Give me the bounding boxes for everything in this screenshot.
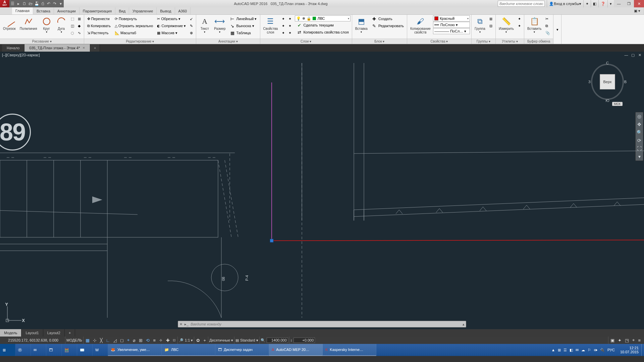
qat-undo-icon[interactable]: ↶ bbox=[46, 0, 52, 7]
modify-ext-icon[interactable]: ↙ bbox=[188, 15, 195, 22]
status-iso-icon[interactable]: ◻ bbox=[119, 338, 125, 343]
keyword-search-input[interactable] bbox=[498, 1, 545, 7]
taskbar-clock[interactable]: 12:2110.07.2015 bbox=[618, 344, 641, 356]
tab-manage[interactable]: Управление bbox=[129, 7, 157, 14]
layer-tool-icon[interactable]: ✦ bbox=[280, 15, 286, 22]
taskbar-ie-icon[interactable]: ⓔ bbox=[15, 344, 31, 356]
plus-icon[interactable]: + bbox=[202, 338, 207, 343]
scale-button[interactable]: 📐 Масштаб bbox=[113, 29, 155, 36]
panel-title-groups[interactable]: Группы ▾ bbox=[472, 39, 495, 44]
array-button[interactable]: ▦ Массив ▾ bbox=[155, 29, 187, 36]
tray-icon[interactable]: ◧ bbox=[570, 348, 573, 352]
color-combo[interactable]: Красный▾ bbox=[433, 15, 470, 21]
trim-button[interactable]: ✂ Обрезать ▾ bbox=[155, 15, 187, 22]
layer-props-button[interactable]: ☰Свойства слоя bbox=[262, 15, 280, 35]
elev-field[interactable] bbox=[293, 338, 315, 343]
layer-tool-icon[interactable]: ✦ bbox=[280, 29, 286, 36]
text-button[interactable]: AТекст▾ bbox=[198, 15, 212, 35]
group-tool-icon[interactable]: ⊟ bbox=[488, 22, 494, 29]
qat-save-icon[interactable]: 💾 bbox=[34, 0, 40, 7]
measure-button[interactable]: 📏Измерить▾ bbox=[497, 15, 516, 35]
draw-grid-icon[interactable]: ◫ bbox=[69, 22, 76, 29]
draw-grid-icon[interactable]: ⊞ bbox=[76, 15, 83, 22]
status-infer-icon[interactable]: ╳ bbox=[99, 338, 104, 343]
tab-output[interactable]: Вывод bbox=[157, 7, 175, 14]
status-cycle-icon[interactable]: ✚ bbox=[165, 338, 171, 343]
qat-print-icon[interactable]: ⎙ bbox=[40, 0, 46, 7]
panel-title-draw[interactable]: Рисование ▾ bbox=[0, 39, 84, 44]
panel-title-block[interactable]: Блок ▾ bbox=[352, 39, 407, 44]
cmd-close-icon[interactable]: ✕ bbox=[179, 322, 182, 326]
status-space-button[interactable]: МОДЕЛЬ bbox=[65, 337, 83, 344]
draw-grid-icon[interactable]: ⬚ bbox=[69, 15, 76, 22]
status-snap-icon[interactable]: ⊹ bbox=[92, 338, 98, 343]
tray-flag-icon[interactable]: ⚐ bbox=[588, 348, 591, 352]
qat-open-icon[interactable]: 🗁 bbox=[28, 0, 34, 7]
qat-menu-icon[interactable]: ☰ bbox=[9, 0, 15, 7]
zoom-field[interactable] bbox=[267, 338, 288, 343]
group-tool-icon[interactable]: ⊞ bbox=[488, 15, 494, 22]
panel-title-props[interactable]: Свойства ▾ bbox=[407, 39, 471, 44]
make-current-button[interactable]: ✔Сделать текущим bbox=[295, 22, 350, 28]
status-trans-icon[interactable]: ✧ bbox=[158, 338, 164, 343]
lineweight-combo[interactable]: ━━ПоСлою ▾ bbox=[433, 22, 470, 28]
help-icon[interactable]: ❓ bbox=[598, 0, 607, 7]
status-osnap-icon[interactable]: ⌖ bbox=[126, 338, 130, 343]
linear-dim-button[interactable]: ⊢Линейный ▾ bbox=[228, 15, 259, 22]
paste-button[interactable]: 📋Вставить▾ bbox=[526, 15, 543, 35]
layer-combo[interactable]: 💡❄🔒ЛВС▾ bbox=[295, 15, 350, 21]
stretch-button[interactable]: ⇲ Растянуть bbox=[86, 29, 112, 36]
doc-tab-start[interactable]: Начало bbox=[2, 44, 24, 52]
panel-title-layers[interactable]: Слои ▾ bbox=[260, 39, 352, 44]
status-custom-icon[interactable]: ≡ bbox=[637, 338, 642, 343]
circle-button[interactable]: Круг▾ bbox=[40, 15, 54, 35]
qat-redo-icon[interactable]: ↷ bbox=[52, 0, 58, 7]
draw-grid-icon[interactable]: ∿ bbox=[76, 29, 83, 36]
line-button[interactable]: Отрезок bbox=[1, 15, 17, 32]
tab-home[interactable]: Главная bbox=[12, 7, 33, 14]
layout-tab-layout2[interactable]: Layout2 bbox=[43, 329, 65, 337]
start-button[interactable]: ⊞ bbox=[0, 344, 15, 356]
tab-a360[interactable]: A360 bbox=[175, 7, 191, 14]
tab-annotate[interactable]: Аннотации bbox=[54, 7, 79, 14]
taskbar-outlook-icon[interactable]: ✉️ bbox=[77, 344, 93, 356]
status-tail-icon[interactable]: ◳ bbox=[624, 338, 630, 343]
arc-button[interactable]: Дуга▾ bbox=[54, 15, 68, 35]
taskbar-app-kaspersky[interactable]: KKaspersky Interne… bbox=[323, 344, 376, 356]
edit-block-button[interactable]: ✎Редактировать bbox=[370, 22, 406, 29]
taskbar-app-autocad[interactable]: AAutoCAD MEP 20… bbox=[269, 344, 323, 356]
qat-dd-icon[interactable]: ▾ bbox=[58, 0, 64, 7]
panel-title-utils[interactable]: Утилиты ▾ bbox=[496, 39, 524, 44]
draw-grid-icon[interactable]: ◌ bbox=[69, 29, 76, 36]
mirror-button[interactable]: △ Отразить зеркально bbox=[113, 22, 155, 29]
status-tail-icon[interactable]: ⌖ bbox=[631, 338, 636, 343]
clip-icon[interactable]: 📎 bbox=[544, 29, 552, 36]
status-annoscale[interactable]: 🔎1:1 ▾ bbox=[177, 337, 194, 344]
layer-tool-icon[interactable]: ✦ bbox=[287, 15, 293, 22]
layer-tool-icon[interactable]: ✦ bbox=[280, 22, 286, 29]
match-layer-button[interactable]: ⇄Копировать свойства слоя bbox=[295, 29, 350, 36]
cmd-recent-icon[interactable]: ▴ bbox=[463, 322, 465, 326]
ribbon-expand-icon[interactable]: ▾ bbox=[556, 27, 558, 32]
layer-tool-icon[interactable]: ✦ bbox=[287, 22, 293, 29]
layout-tab-model[interactable]: Модель bbox=[0, 329, 21, 337]
taskbar-app-folder[interactable]: 📁ЛВС bbox=[162, 344, 215, 356]
ribbon-collapse-button[interactable]: ▣ ▾ bbox=[631, 7, 644, 14]
command-line[interactable]: ✕ ▸_ ▴ bbox=[178, 321, 466, 327]
tray-power-icon[interactable]: 🔌 bbox=[600, 348, 605, 352]
taskbar-explorer-icon[interactable]: 🗔 bbox=[46, 344, 62, 356]
tab-insert[interactable]: Вставка bbox=[33, 7, 54, 14]
table-button[interactable]: ▦Таблица bbox=[228, 29, 259, 36]
layout-tab-add[interactable]: + bbox=[65, 329, 75, 337]
fillet-button[interactable]: ◐ Сопряжение ▾ bbox=[155, 22, 187, 29]
qat-new-icon[interactable]: 🗋 bbox=[21, 0, 28, 7]
match-props-button[interactable]: 🖌Копирование свойств bbox=[409, 15, 432, 35]
taskbar-app-taskmgr[interactable]: 🗔Диспетчер задач bbox=[215, 344, 269, 356]
tab-view[interactable]: Вид bbox=[115, 7, 129, 14]
status-style[interactable]: ▤Standard ▾ bbox=[234, 337, 259, 344]
panel-title-annot[interactable]: Аннотации ▾ bbox=[196, 39, 260, 44]
cut-icon[interactable]: ✂ bbox=[544, 15, 552, 22]
taskbar-word-icon[interactable]: W bbox=[93, 344, 108, 356]
tray-overflow-icon[interactable]: ▲ bbox=[551, 348, 555, 352]
status-polar-icon[interactable]: ◿ bbox=[112, 338, 118, 343]
